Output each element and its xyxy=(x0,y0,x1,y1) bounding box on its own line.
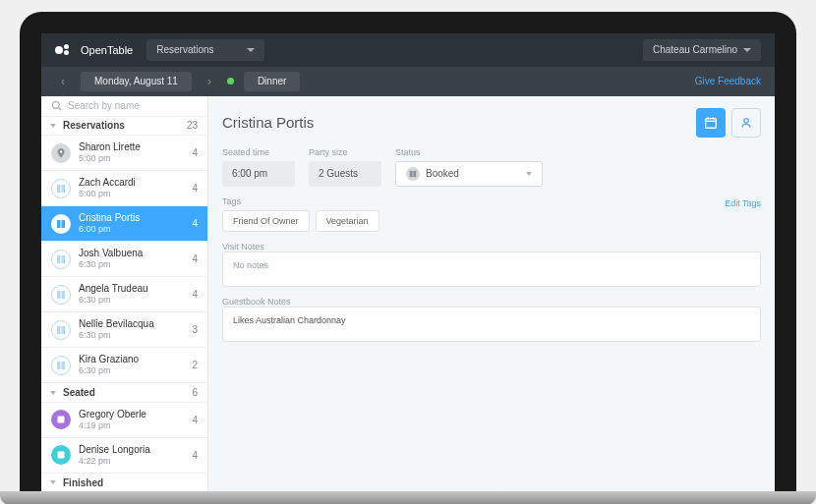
party-size-field[interactable]: 2 Guests xyxy=(309,161,381,187)
tag-list: Friend Of OwnerVegetarian xyxy=(222,210,761,232)
status-label: Status xyxy=(395,147,543,157)
book-icon xyxy=(51,285,71,305)
item-time: 6:30 pm xyxy=(79,295,184,306)
guest-name: Cristina Portis xyxy=(222,114,314,131)
date-selector[interactable]: Monday, August 11 xyxy=(81,72,192,91)
list-item[interactable]: Cristina Portis6:00 pm4 xyxy=(41,206,207,242)
item-name: Sharon Lirette xyxy=(79,141,184,153)
app-screen: OpenTable Reservations Chateau Carmelino… xyxy=(41,33,775,493)
svg-rect-22 xyxy=(410,170,413,176)
svg-rect-8 xyxy=(62,255,66,263)
list-item[interactable]: Zach Accardi5:00 pm4 xyxy=(41,171,207,206)
item-name: Kira Graziano xyxy=(79,354,184,365)
item-name: Josh Valbuena xyxy=(79,248,184,259)
tag-chip[interactable]: Vegetarian xyxy=(316,210,379,232)
content-area: Search by name Reservations 23 Sharon Li… xyxy=(41,96,775,493)
svg-rect-15 xyxy=(58,417,65,423)
item-party: 4 xyxy=(192,183,198,194)
book-icon xyxy=(51,179,71,198)
detail-pane: Cristina Portis Seated time 6:00 pm Part xyxy=(208,96,775,493)
venue-dropdown-label: Chateau Carmelino xyxy=(653,44,737,55)
top-bar: OpenTable Reservations Chateau Carmelino xyxy=(41,33,775,67)
next-day-button[interactable]: › xyxy=(202,75,217,88)
item-name: Gregory Oberle xyxy=(79,409,184,420)
svg-point-0 xyxy=(52,101,59,108)
list-item[interactable]: Gregory Oberle4:19 pm4 xyxy=(41,403,207,438)
svg-rect-9 xyxy=(57,291,61,299)
prev-day-button[interactable]: ‹ xyxy=(55,75,71,88)
item-party: 2 xyxy=(192,360,198,370)
svg-rect-6 xyxy=(62,220,66,228)
list-item[interactable]: Sharon Lirette5:00 pm4 xyxy=(41,136,207,171)
edit-tags-link[interactable]: Edit Tags xyxy=(725,198,761,208)
tag-chip[interactable]: Friend Of Owner xyxy=(222,210,310,232)
feedback-link[interactable]: Give Feedback xyxy=(695,76,761,86)
svg-rect-16 xyxy=(58,452,65,459)
item-time: 6:00 pm xyxy=(79,224,184,235)
calendar-icon xyxy=(704,116,718,130)
seated-time-field[interactable]: 6:00 pm xyxy=(222,161,295,187)
item-time: 5:00 pm xyxy=(79,189,184,199)
brand-logo: OpenTable xyxy=(55,44,133,56)
item-name: Zach Accardi xyxy=(79,177,184,189)
venue-dropdown[interactable]: Chateau Carmelino xyxy=(643,39,761,61)
item-time: 4:19 pm xyxy=(79,420,184,431)
reservation-list: Sharon Lirette5:00 pm4Zach Accardi5:00 p… xyxy=(41,136,207,383)
svg-rect-7 xyxy=(57,255,61,263)
seated-list: Gregory Oberle4:19 pm4Denise Longoria4:2… xyxy=(41,403,207,474)
item-time: 5:00 pm xyxy=(79,153,184,164)
svg-rect-13 xyxy=(57,362,61,369)
guestbook-notes-field[interactable]: Likes Australian Chardonnay xyxy=(222,307,761,342)
visit-notes-field[interactable]: No notes xyxy=(222,252,761,287)
item-party: 4 xyxy=(192,415,198,425)
item-party: 4 xyxy=(192,253,198,264)
svg-rect-3 xyxy=(57,185,61,193)
search-input[interactable]: Search by name xyxy=(41,96,207,117)
nav-dropdown[interactable]: Reservations xyxy=(146,39,264,61)
section-seated[interactable]: Seated 6 xyxy=(41,383,207,403)
square-icon xyxy=(51,410,71,429)
svg-rect-17 xyxy=(706,118,717,128)
list-item[interactable]: Nellie Bevilacqua6:30 pm3 xyxy=(41,312,207,348)
tags-label: Tags xyxy=(222,196,241,206)
list-item[interactable]: Josh Valbuena6:30 pm4 xyxy=(41,242,207,277)
logo-icon xyxy=(55,44,75,56)
book-icon xyxy=(51,250,71,269)
item-name: Angela Trudeau xyxy=(79,283,184,295)
list-item[interactable]: Denise Longoria4:22 pm4 xyxy=(41,438,207,474)
section-finished[interactable]: Finished xyxy=(41,474,207,493)
item-time: 6:30 pm xyxy=(79,259,184,270)
pin-icon xyxy=(51,143,71,163)
meal-selector[interactable]: Dinner xyxy=(244,72,300,91)
list-item[interactable]: Angela Trudeau6:30 pm4 xyxy=(41,277,207,312)
svg-point-2 xyxy=(60,150,62,152)
item-name: Cristina Portis xyxy=(79,212,184,224)
status-indicator-icon xyxy=(227,78,234,84)
chevron-down-icon xyxy=(247,48,255,52)
square-icon xyxy=(51,445,71,465)
sub-bar: ‹ Monday, August 11 › Dinner Give Feedba… xyxy=(41,67,775,96)
detail-header: Cristina Portis xyxy=(222,108,761,138)
item-time: 4:22 pm xyxy=(79,456,184,467)
profile-tab[interactable] xyxy=(731,108,761,138)
svg-rect-4 xyxy=(62,185,66,193)
party-size-label: Party size xyxy=(309,147,381,157)
status-dropdown[interactable]: Booked xyxy=(395,161,543,187)
field-row: Seated time 6:00 pm Party size 2 Guests … xyxy=(222,147,761,187)
item-time: 6:30 pm xyxy=(79,330,184,341)
calendar-tab[interactable] xyxy=(696,108,726,138)
user-icon xyxy=(739,116,753,130)
svg-rect-23 xyxy=(413,170,416,176)
visit-notes-label: Visit Notes xyxy=(222,242,761,252)
item-party: 4 xyxy=(192,147,198,158)
chevron-down-icon xyxy=(743,48,751,52)
section-reservations[interactable]: Reservations 23 xyxy=(41,117,207,137)
laptop-frame: OpenTable Reservations Chateau Carmelino… xyxy=(20,12,796,493)
chevron-down-icon xyxy=(526,172,532,176)
list-item[interactable]: Kira Graziano6:30 pm2 xyxy=(41,348,207,383)
svg-rect-11 xyxy=(57,326,61,334)
svg-point-21 xyxy=(744,118,748,122)
item-party: 3 xyxy=(192,324,198,335)
nav-dropdown-label: Reservations xyxy=(156,44,213,55)
brand-name: OpenTable xyxy=(81,44,133,56)
